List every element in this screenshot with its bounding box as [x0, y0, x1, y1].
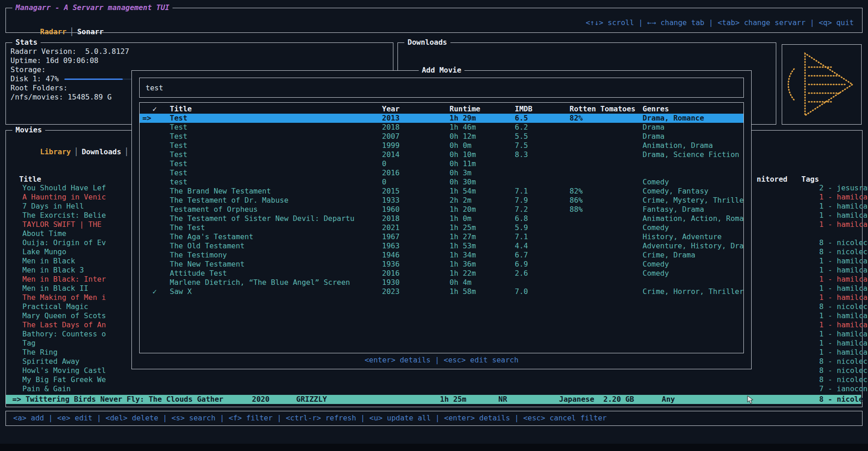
terminal-bottom-strip	[0, 444, 868, 451]
movie-tag: 1 - hamilcar_	[819, 275, 868, 284]
movie-title: Ouija: Origin of Ev	[22, 238, 106, 247]
search-result-row[interactable]: Marlene Dietrich, “The Blue Angel” Scree…	[140, 278, 743, 287]
movie-title: A Haunting in Venic	[22, 193, 106, 202]
result-year: 0	[382, 159, 387, 168]
result-runtime: 1h 46m	[450, 123, 476, 132]
search-result-row[interactable]: Test 2014 0h 10m 8.3 Drama, Science Fict…	[140, 150, 743, 159]
result-imdb-rating: 7.2	[515, 205, 528, 214]
result-genres: Comedy	[643, 178, 669, 187]
rotten-tomatoes-column-header: Rotten Tomatoes	[570, 105, 636, 114]
movie-title: Lake Mungo	[22, 247, 66, 257]
search-result-row[interactable]: The Brand New Testament 2015 1h 54m 7.1 …	[140, 187, 743, 196]
search-result-row[interactable]: Test 1999 0h 0m 7.5 Animation, Drama	[140, 141, 743, 150]
result-imdb-rating: 7.9	[515, 196, 528, 205]
search-result-row[interactable]: The Testament of Sister New Devil: Depar…	[140, 214, 743, 223]
movie-row[interactable]: Pain & Gain 7 - ianoconno	[6, 384, 861, 393]
movie-tag: 8 - nicolecol	[819, 247, 868, 257]
result-title: Marlene Dietrich, “The Blue Angel” Scree…	[170, 278, 350, 287]
search-results-table: ✓ Title Year Runtime IMDB Rotten Tomatoe…	[139, 102, 744, 353]
search-result-row[interactable]: test 0 0h 30m Comedy	[140, 178, 743, 187]
uptime: Uptime: 16d 09:06:08	[10, 56, 188, 65]
disk-usage-gauge-fill	[64, 79, 123, 80]
search-result-row[interactable]: The Testament of Dr. Mabuse 1933 2h 2m 7…	[140, 196, 743, 205]
result-title: Test	[170, 141, 188, 150]
selected-movie-row[interactable]: => Twittering Birds Never Fly: The Cloud…	[6, 395, 861, 404]
result-title: Test	[170, 150, 188, 159]
result-genres: Fantasy, Drama	[643, 205, 704, 214]
result-title: Testament of Orpheus	[170, 205, 258, 214]
result-title: Test	[170, 123, 188, 132]
result-title: Test	[170, 132, 188, 141]
search-result-row[interactable]: The Testimony 1946 1h 34m 6.7 Crime, Dra…	[140, 251, 743, 260]
disk-usage-label: Disk 1: 47%	[10, 74, 59, 84]
result-runtime: 0h 11m	[450, 159, 476, 168]
result-rotten-tomatoes: 86%	[570, 196, 583, 205]
search-result-row[interactable]: Test 2016 0h 3m	[140, 168, 743, 178]
result-title: The Brand New Testament	[170, 187, 271, 196]
search-result-row[interactable]: Test 2018 1h 46m 6.2 Drama	[140, 123, 743, 132]
tab-sonarr[interactable]: Sonarr	[74, 27, 107, 36]
search-results-header: ✓ Title Year Runtime IMDB Rotten Tomatoe…	[140, 105, 743, 114]
result-title: The Testament of Dr. Mabuse	[170, 196, 288, 205]
result-runtime: 1h 22m	[450, 269, 476, 278]
added-checkmark-icon: ✓	[152, 287, 157, 296]
bottom-keybindings-bar: <a> add | <e> edit | <del> delete | <s> …	[5, 411, 863, 426]
movie-tag: 1 - hamilcar_	[819, 220, 868, 229]
movie-row[interactable]: My Big Fat Greek We 8 - nicolecol	[6, 375, 861, 384]
result-title: Test	[170, 159, 188, 168]
movie-title: Spirited Away	[22, 357, 79, 366]
movie-tag: 8 - nicolecol	[819, 238, 868, 247]
result-runtime: 0h 10m	[450, 150, 476, 159]
add-movie-modal: Add Movie ✓ Title Year Runtime IMDB Rott…	[131, 70, 752, 369]
movie-tag: 1 - hamilcar_	[819, 211, 868, 220]
result-imdb-rating: 4.4	[515, 241, 528, 251]
movie-tag: 1 - hamilcar_	[819, 330, 868, 339]
search-result-row[interactable]: Test 0 0h 11m	[140, 159, 743, 168]
movie-tag: 8 - nicolecol	[819, 375, 868, 384]
tab-downloads[interactable]: Downloads	[78, 147, 125, 156]
title-column-header: Title	[19, 175, 41, 184]
search-result-row[interactable]: => Test 2013 1h 29m 6.5 82% Drama, Roman…	[140, 114, 743, 123]
add-movie-search-input[interactable]	[140, 78, 743, 97]
search-result-row[interactable]: Test 2007 0h 12m 5.5 Drama	[140, 132, 743, 141]
result-genres: Crime, Drama	[643, 251, 695, 260]
header-panel: Managarr - A Servarr management TUI Rada…	[5, 8, 863, 33]
result-title: The Old Testament	[170, 241, 245, 251]
result-imdb-rating: 8.3	[515, 150, 528, 159]
search-result-row[interactable]: Attitude Test 2016 1h 22m 2.6 Comedy	[140, 269, 743, 278]
result-year: 1999	[382, 141, 400, 150]
selected-movie-certification: NR	[498, 395, 507, 404]
search-result-row[interactable]: The Old Testament 1963 1h 53m 4.4 Advent…	[140, 241, 743, 251]
modal-keybindings-help: <enter> details | <esc> edit search	[132, 356, 751, 365]
result-runtime: 0h 3m	[450, 168, 471, 178]
movie-title: Howl's Moving Castl	[22, 366, 106, 375]
search-result-row[interactable]: The Aga's Testament 1967 1h 27m 7.1 Hist…	[140, 232, 743, 241]
result-runtime: 1h 27m	[450, 232, 476, 241]
result-runtime: 0h 4m	[450, 278, 471, 287]
movie-title: Men in Black 3	[22, 266, 84, 275]
movie-title: The Ring	[22, 348, 58, 357]
movie-tag: 1 - hamilcar_	[819, 293, 868, 302]
result-imdb-rating: 6.7	[515, 251, 528, 260]
movie-title: You Should Have Lef	[22, 184, 106, 193]
result-imdb-rating: 2.6	[515, 269, 528, 278]
result-imdb-rating: 7.1	[515, 187, 528, 196]
check-column-header: ✓	[152, 105, 157, 114]
result-year: 2015	[382, 187, 400, 196]
movie-tag: 1 - hamilcar_	[819, 193, 868, 202]
result-imdb-rating: 7.0	[515, 287, 528, 296]
search-result-row[interactable]: Testament of Orpheus 1960 1h 20m 7.2 88%…	[140, 205, 743, 214]
result-genres: History, Adventure	[643, 232, 722, 241]
result-runtime: 0h 30m	[450, 178, 476, 187]
search-result-row[interactable]: The Test 2021 1h 25m 5.9 Comedy	[140, 223, 743, 232]
search-result-row[interactable]: The New Testament 1936 1h 36m 6.9 Comedy	[140, 260, 743, 269]
search-result-row[interactable]: ✓ Saw X 2023 1h 58m 7.0 Crime, Horror, T…	[140, 287, 743, 296]
tab-radarr[interactable]: Radarr	[37, 27, 70, 36]
imdb-column-header: IMDB	[515, 105, 533, 114]
result-genres: Adventure, History, Drama	[643, 241, 744, 251]
movie-tag: 1 - hamilcar_	[819, 202, 868, 211]
result-year: 2016	[382, 168, 400, 178]
tab-library[interactable]: Library	[37, 147, 74, 156]
monitored-column-header: nitored	[757, 175, 787, 184]
movie-tag: 1 - hamilcar_	[819, 339, 868, 348]
